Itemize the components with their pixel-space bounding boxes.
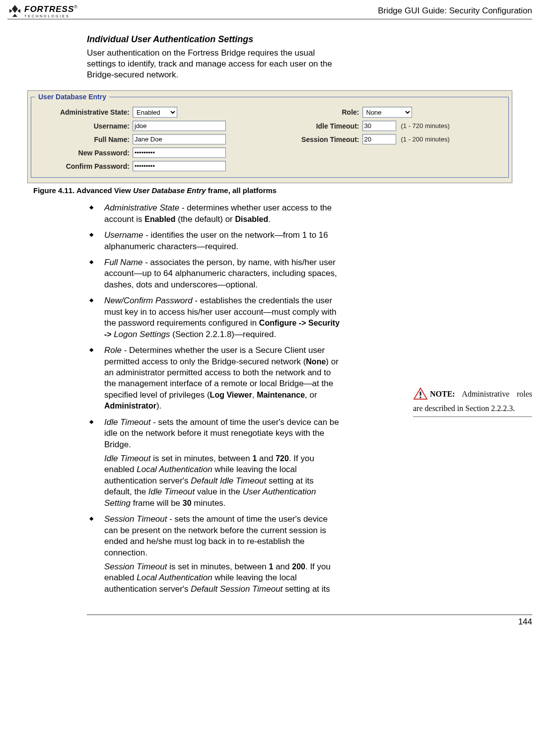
svg-marker-1 xyxy=(9,9,12,13)
section-intro: User authentication on the Fortress Brid… xyxy=(87,48,345,80)
list-item: Idle Timeout - sets the amount of time t… xyxy=(87,417,340,514)
margin-note: NOTE: Administrative roles are described… xyxy=(413,387,532,417)
idle-timeout-input[interactable] xyxy=(362,121,396,131)
fullname-label: Full Name: xyxy=(35,136,133,143)
list-item: Role - Determines whether the user is a … xyxy=(87,345,340,417)
page-header: FORTRESS® TECHNOLOGIES Bridge GUI Guide:… xyxy=(7,4,532,19)
session-timeout-input[interactable] xyxy=(362,134,396,144)
admin-state-label: Administrative State: xyxy=(35,108,133,116)
newpassword-label: New Password: xyxy=(35,149,133,157)
session-timeout-hint: (1 - 200 minutes) xyxy=(396,136,450,143)
svg-marker-0 xyxy=(12,5,18,13)
idle-timeout-label: Idle Timeout: xyxy=(280,122,362,130)
role-select[interactable]: None xyxy=(362,107,412,118)
username-input[interactable] xyxy=(133,121,226,131)
list-item: Full Name - associates the person, by na… xyxy=(87,257,340,295)
list-item: Session Timeout - sets the amount of tim… xyxy=(87,514,340,600)
bullet-list: Administrative State - determines whethe… xyxy=(87,203,340,600)
idle-timeout-hint: (1 - 720 minutes) xyxy=(396,122,450,130)
logo-icon xyxy=(7,4,22,18)
document-path: Bridge GUI Guide: Security Configuration xyxy=(378,6,532,16)
svg-rect-5 xyxy=(420,392,421,396)
role-label: Role: xyxy=(280,108,362,116)
user-database-entry-fieldset: User Database Entry Administrative State… xyxy=(31,93,509,178)
logo-text: FORTRESS xyxy=(24,4,74,14)
svg-marker-2 xyxy=(17,9,20,13)
session-timeout-label: Session Timeout: xyxy=(280,136,362,143)
admin-state-select[interactable]: Enabled xyxy=(133,107,177,118)
section-heading: Individual User Authentication Settings xyxy=(87,34,345,45)
logo: FORTRESS® TECHNOLOGIES xyxy=(7,4,77,18)
fieldset-legend: User Database Entry xyxy=(35,93,109,101)
username-label: Username: xyxy=(35,122,133,130)
svg-marker-3 xyxy=(12,14,17,17)
figure-caption: Figure 4.11. Advanced View User Database… xyxy=(33,186,512,195)
fullname-input[interactable] xyxy=(133,134,226,144)
page-number: 144 xyxy=(518,617,532,626)
list-item: Username - identifies the user on the ne… xyxy=(87,230,340,257)
page-footer: 144 xyxy=(87,615,532,627)
screenshot-panel: User Database Entry Administrative State… xyxy=(27,90,512,183)
confirmpassword-input[interactable] xyxy=(133,161,226,171)
newpassword-input[interactable] xyxy=(133,147,226,158)
note-icon xyxy=(413,387,428,403)
logo-subtitle: TECHNOLOGIES xyxy=(24,14,77,18)
svg-rect-6 xyxy=(420,397,421,398)
list-item: Administrative State - determines whethe… xyxy=(87,203,340,230)
confirmpassword-label: Confirm Password: xyxy=(35,162,133,170)
list-item: New/Confirm Password - establishes the c… xyxy=(87,295,340,345)
